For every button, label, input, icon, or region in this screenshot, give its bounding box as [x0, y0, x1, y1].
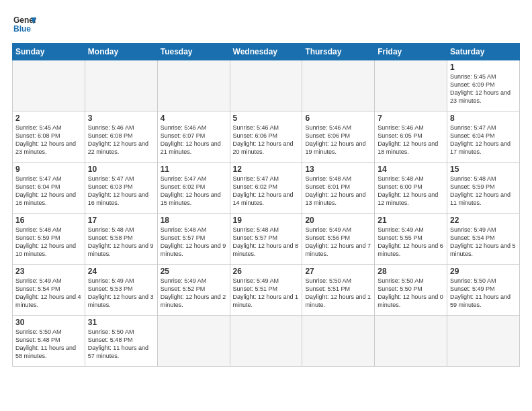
calendar-cell: 12Sunrise: 5:47 AM Sunset: 6:02 PM Dayli… [230, 163, 302, 214]
day-number: 29 [450, 267, 517, 276]
day-info: Sunrise: 5:47 AM Sunset: 6:03 PM Dayligh… [88, 175, 154, 208]
weekday-thursday: Thursday [302, 44, 375, 60]
calendar-cell: 15Sunrise: 5:48 AM Sunset: 5:59 PM Dayli… [447, 163, 520, 214]
calendar-week-3: 16Sunrise: 5:48 AM Sunset: 5:59 PM Dayli… [13, 214, 520, 265]
day-info: Sunrise: 5:48 AM Sunset: 6:00 PM Dayligh… [378, 175, 444, 208]
day-number: 7 [378, 113, 444, 123]
calendar-week-5: 30Sunrise: 5:50 AM Sunset: 5:48 PM Dayli… [13, 316, 520, 367]
day-info: Sunrise: 5:46 AM Sunset: 6:08 PM Dayligh… [88, 124, 154, 156]
weekday-friday: Friday [375, 44, 447, 60]
day-info: Sunrise: 5:49 AM Sunset: 5:55 PM Dayligh… [378, 226, 444, 259]
day-info: Sunrise: 5:45 AM Sunset: 6:09 PM Dayligh… [450, 73, 517, 105]
weekday-wednesday: Wednesday [230, 44, 302, 60]
calendar-cell: 11Sunrise: 5:47 AM Sunset: 6:02 PM Dayli… [157, 163, 230, 214]
calendar-cell: 31Sunrise: 5:50 AM Sunset: 5:48 PM Dayli… [85, 316, 157, 367]
calendar-cell [375, 316, 447, 367]
day-number: 15 [450, 165, 517, 174]
day-number: 5 [233, 113, 300, 123]
header: General Blue [12, 12, 520, 36]
day-number: 6 [305, 113, 371, 123]
day-number: 27 [305, 267, 371, 276]
calendar-cell: 10Sunrise: 5:47 AM Sunset: 6:03 PM Dayli… [85, 163, 157, 214]
calendar-cell: 19Sunrise: 5:48 AM Sunset: 5:57 PM Dayli… [230, 214, 302, 265]
calendar-cell: 17Sunrise: 5:48 AM Sunset: 5:58 PM Dayli… [85, 214, 157, 265]
calendar-cell: 13Sunrise: 5:48 AM Sunset: 6:01 PM Dayli… [302, 163, 375, 214]
day-number: 8 [450, 113, 517, 123]
calendar-cell: 22Sunrise: 5:49 AM Sunset: 5:54 PM Dayli… [447, 214, 520, 265]
day-number: 20 [305, 216, 371, 225]
calendar-week-2: 9Sunrise: 5:47 AM Sunset: 6:04 PM Daylig… [13, 163, 520, 214]
day-info: Sunrise: 5:49 AM Sunset: 5:52 PM Dayligh… [161, 277, 227, 310]
calendar-cell [13, 60, 85, 111]
day-number: 14 [378, 165, 444, 174]
day-info: Sunrise: 5:50 AM Sunset: 5:50 PM Dayligh… [378, 277, 444, 310]
calendar-cell [302, 60, 375, 111]
day-info: Sunrise: 5:47 AM Sunset: 6:02 PM Dayligh… [161, 175, 227, 208]
day-number: 17 [88, 216, 154, 225]
day-number: 21 [378, 216, 444, 225]
day-info: Sunrise: 5:49 AM Sunset: 5:54 PM Dayligh… [450, 226, 517, 259]
calendar-cell: 1Sunrise: 5:45 AM Sunset: 6:09 PM Daylig… [447, 60, 520, 111]
calendar-cell: 28Sunrise: 5:50 AM Sunset: 5:50 PM Dayli… [375, 265, 447, 316]
day-info: Sunrise: 5:48 AM Sunset: 5:59 PM Dayligh… [450, 175, 517, 208]
weekday-monday: Monday [85, 44, 157, 60]
calendar-cell: 5Sunrise: 5:46 AM Sunset: 6:06 PM Daylig… [230, 111, 302, 163]
day-info: Sunrise: 5:50 AM Sunset: 5:48 PM Dayligh… [15, 328, 82, 361]
calendar-cell: 7Sunrise: 5:46 AM Sunset: 6:05 PM Daylig… [375, 111, 447, 163]
day-number: 11 [161, 165, 227, 174]
day-info: Sunrise: 5:48 AM Sunset: 5:57 PM Dayligh… [161, 226, 227, 259]
calendar-cell [447, 316, 520, 367]
day-number: 12 [233, 165, 300, 174]
day-number: 30 [15, 318, 82, 327]
weekday-header-row: SundayMondayTuesdayWednesdayThursdayFrid… [13, 44, 520, 60]
calendar-cell: 26Sunrise: 5:49 AM Sunset: 5:51 PM Dayli… [230, 265, 302, 316]
calendar: SundayMondayTuesdayWednesdayThursdayFrid… [12, 43, 520, 367]
day-number: 24 [88, 267, 154, 276]
day-info: Sunrise: 5:46 AM Sunset: 6:06 PM Dayligh… [233, 124, 300, 156]
day-info: Sunrise: 5:49 AM Sunset: 5:53 PM Dayligh… [88, 277, 154, 310]
calendar-cell: 21Sunrise: 5:49 AM Sunset: 5:55 PM Dayli… [375, 214, 447, 265]
day-number: 2 [15, 113, 82, 123]
calendar-cell: 2Sunrise: 5:45 AM Sunset: 6:08 PM Daylig… [13, 111, 85, 163]
day-number: 31 [88, 318, 154, 327]
day-number: 22 [450, 216, 517, 225]
calendar-cell: 9Sunrise: 5:47 AM Sunset: 6:04 PM Daylig… [13, 163, 85, 214]
calendar-cell [230, 60, 302, 111]
weekday-saturday: Saturday [447, 44, 520, 60]
day-info: Sunrise: 5:47 AM Sunset: 6:04 PM Dayligh… [15, 175, 82, 208]
calendar-cell [157, 316, 230, 367]
day-info: Sunrise: 5:47 AM Sunset: 6:02 PM Dayligh… [233, 175, 300, 208]
day-info: Sunrise: 5:46 AM Sunset: 6:06 PM Dayligh… [305, 124, 371, 156]
day-number: 25 [161, 267, 227, 276]
svg-text:Blue: Blue [13, 24, 31, 34]
calendar-cell: 8Sunrise: 5:47 AM Sunset: 6:04 PM Daylig… [447, 111, 520, 163]
day-info: Sunrise: 5:48 AM Sunset: 5:57 PM Dayligh… [233, 226, 300, 259]
day-info: Sunrise: 5:46 AM Sunset: 6:05 PM Dayligh… [378, 124, 444, 156]
weekday-sunday: Sunday [13, 44, 85, 60]
calendar-week-4: 23Sunrise: 5:49 AM Sunset: 5:54 PM Dayli… [13, 265, 520, 316]
day-number: 3 [88, 113, 154, 123]
day-number: 23 [15, 267, 82, 276]
day-number: 16 [15, 216, 82, 225]
page: General Blue SundayMondayTuesdayWednesda… [0, 0, 532, 411]
calendar-cell: 30Sunrise: 5:50 AM Sunset: 5:48 PM Dayli… [13, 316, 85, 367]
day-info: Sunrise: 5:48 AM Sunset: 5:58 PM Dayligh… [88, 226, 154, 259]
day-number: 4 [161, 113, 227, 123]
day-number: 28 [378, 267, 444, 276]
calendar-week-0: 1Sunrise: 5:45 AM Sunset: 6:09 PM Daylig… [13, 60, 520, 111]
calendar-cell: 24Sunrise: 5:49 AM Sunset: 5:53 PM Dayli… [85, 265, 157, 316]
calendar-cell: 20Sunrise: 5:49 AM Sunset: 5:56 PM Dayli… [302, 214, 375, 265]
calendar-cell: 14Sunrise: 5:48 AM Sunset: 6:00 PM Dayli… [375, 163, 447, 214]
day-info: Sunrise: 5:48 AM Sunset: 6:01 PM Dayligh… [305, 175, 371, 208]
calendar-cell [230, 316, 302, 367]
calendar-cell [375, 60, 447, 111]
calendar-cell: 6Sunrise: 5:46 AM Sunset: 6:06 PM Daylig… [302, 111, 375, 163]
day-info: Sunrise: 5:49 AM Sunset: 5:51 PM Dayligh… [233, 277, 300, 310]
calendar-cell: 4Sunrise: 5:46 AM Sunset: 6:07 PM Daylig… [157, 111, 230, 163]
calendar-cell: 25Sunrise: 5:49 AM Sunset: 5:52 PM Dayli… [157, 265, 230, 316]
day-info: Sunrise: 5:50 AM Sunset: 5:48 PM Dayligh… [88, 328, 154, 361]
day-number: 19 [233, 216, 300, 225]
day-info: Sunrise: 5:49 AM Sunset: 5:56 PM Dayligh… [305, 226, 371, 259]
calendar-cell [157, 60, 230, 111]
calendar-week-1: 2Sunrise: 5:45 AM Sunset: 6:08 PM Daylig… [13, 111, 520, 163]
